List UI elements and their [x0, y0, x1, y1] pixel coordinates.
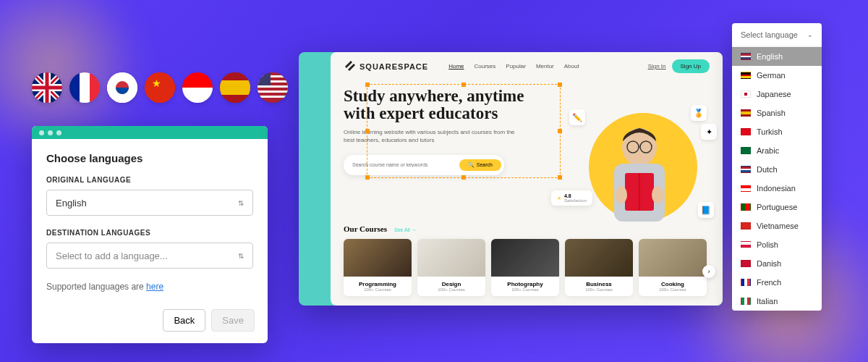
course-count: 100+ Courses: [422, 287, 481, 292]
flag-circles-row: ★: [32, 72, 288, 103]
squarespace-icon: [344, 61, 355, 72]
student-illustration: [592, 117, 686, 225]
flag-cn: ★: [145, 72, 175, 103]
chevron-icon: ⇅: [238, 252, 244, 260]
search-button[interactable]: 🔍 Search: [459, 159, 501, 171]
course-thumbnail: [417, 239, 485, 277]
flag-gb: [32, 72, 62, 103]
course-thumbnail: [491, 239, 559, 277]
flag-icon: [741, 279, 751, 286]
flag-icon: [741, 185, 751, 192]
destination-languages-select[interactable]: Select to add a language... ⇅: [46, 243, 253, 269]
language-label: Turkish: [757, 127, 783, 136]
course-name: Business: [569, 281, 629, 287]
language-label: English: [757, 52, 783, 61]
svg-rect-11: [258, 90, 288, 93]
flag-fr: [69, 72, 100, 103]
flag-us: [258, 72, 288, 103]
language-option-english[interactable]: English: [732, 47, 822, 66]
language-option-italian[interactable]: Italian: [732, 292, 822, 311]
courses-heading: Our Courses: [344, 224, 387, 233]
choose-languages-modal: Choose languages ORIGINAL LANGUAGE Engli…: [32, 126, 268, 343]
language-dropdown[interactable]: Select language ⌄ EnglishGermanJapaneseS…: [732, 23, 822, 311]
course-count: 100+ Courses: [495, 287, 555, 292]
course-count: 100+ Courses: [569, 287, 629, 292]
language-label: French: [757, 278, 781, 287]
pencil-icon: ✏️: [569, 109, 585, 125]
course-card[interactable]: Cooking 100+ Courses: [639, 239, 707, 296]
language-option-vietnamese[interactable]: Vietnamese: [732, 216, 822, 235]
nav-popular[interactable]: Popular: [506, 63, 526, 70]
back-button[interactable]: Back: [163, 309, 205, 332]
nav-home[interactable]: Home: [448, 63, 464, 70]
original-language-select[interactable]: English ⇅: [46, 190, 253, 216]
language-option-japanese[interactable]: Japanese: [732, 85, 822, 104]
language-option-danish[interactable]: Danish: [732, 254, 822, 273]
language-option-polish[interactable]: Polish: [732, 235, 822, 254]
medal-icon: 🏅: [691, 105, 707, 121]
flag-icon: [741, 203, 751, 211]
language-option-german[interactable]: German: [732, 66, 822, 85]
language-label: Portuguese: [757, 203, 797, 211]
course-card[interactable]: Programming 100+ Courses: [344, 239, 412, 296]
flag-icon: [741, 166, 751, 173]
save-button[interactable]: Save: [211, 309, 255, 332]
flag-icon: [741, 147, 751, 154]
course-card[interactable]: Photography 100+ Courses: [491, 239, 559, 296]
signin-link[interactable]: Sign In: [648, 63, 666, 70]
svg-point-21: [616, 186, 627, 203]
svg-point-22: [652, 186, 663, 203]
course-card[interactable]: Design 100+ Courses: [417, 239, 485, 296]
signup-button[interactable]: Sign Up: [672, 59, 710, 73]
svg-rect-13: [258, 72, 271, 85]
language-label: Vietnamese: [757, 222, 799, 230]
course-thumbnail: [639, 239, 707, 277]
sparkle-icon: ✦: [701, 124, 717, 140]
course-search-bar[interactable]: 🔍 Search: [344, 155, 504, 175]
flag-icon: [741, 298, 751, 305]
flag-icon: [741, 260, 751, 267]
book-icon: 📘: [698, 202, 714, 218]
original-language-value: English: [56, 198, 87, 209]
language-option-french[interactable]: French: [732, 273, 822, 292]
language-option-portuguese[interactable]: Portuguese: [732, 198, 822, 216]
modal-title: Choose languages: [46, 152, 253, 164]
language-label: Dutch: [757, 165, 778, 174]
language-option-spanish[interactable]: Spanish: [732, 104, 822, 122]
nav-mentor[interactable]: Mentor: [536, 63, 554, 70]
brand-logo[interactable]: SQUARESPACE: [344, 61, 428, 72]
course-thumbnail: [565, 239, 633, 277]
flag-icon: [741, 128, 751, 135]
search-input[interactable]: [352, 162, 459, 167]
flag-icon: [741, 53, 751, 60]
language-label: German: [757, 71, 786, 80]
language-label: Japanese: [757, 90, 791, 98]
course-name: Programming: [348, 281, 407, 287]
site-nav: SQUARESPACE Home Courses Popular Mentor …: [331, 52, 723, 80]
svg-rect-12: [258, 96, 288, 98]
supported-languages-text: Supported languages are here: [46, 282, 253, 292]
nav-about[interactable]: About: [564, 63, 579, 70]
nav-courses[interactable]: Courses: [475, 63, 496, 70]
language-option-dutch[interactable]: Dutch: [732, 160, 822, 179]
flag-es: [220, 72, 250, 103]
star-icon: ★: [557, 195, 561, 201]
language-dropdown-trigger[interactable]: Select language ⌄: [732, 23, 822, 47]
next-arrow-button[interactable]: ›: [702, 265, 715, 278]
course-count: 100+ Courses: [643, 287, 702, 292]
hero-subtitle: Online learning website with various sub…: [344, 128, 517, 144]
hero-illustration: ✏️ 🏅 ✦ 📘: [563, 102, 715, 232]
language-option-arabic[interactable]: Arabic: [732, 141, 822, 160]
flag-icon: [741, 72, 751, 79]
flag-kr: [107, 72, 137, 103]
language-option-indonesian[interactable]: Indonesian: [732, 179, 822, 198]
flag-icon: [741, 222, 751, 230]
original-language-label: ORIGINAL LANGUAGE: [46, 176, 253, 184]
flag-id: [182, 72, 213, 103]
flag-icon: [741, 90, 751, 98]
course-card[interactable]: Business 100+ Courses: [565, 239, 633, 296]
see-all-link[interactable]: See All →: [394, 227, 417, 232]
svg-text:★: ★: [152, 77, 161, 89]
language-option-turkish[interactable]: Turkish: [732, 122, 822, 141]
supported-languages-link[interactable]: here: [146, 282, 163, 292]
